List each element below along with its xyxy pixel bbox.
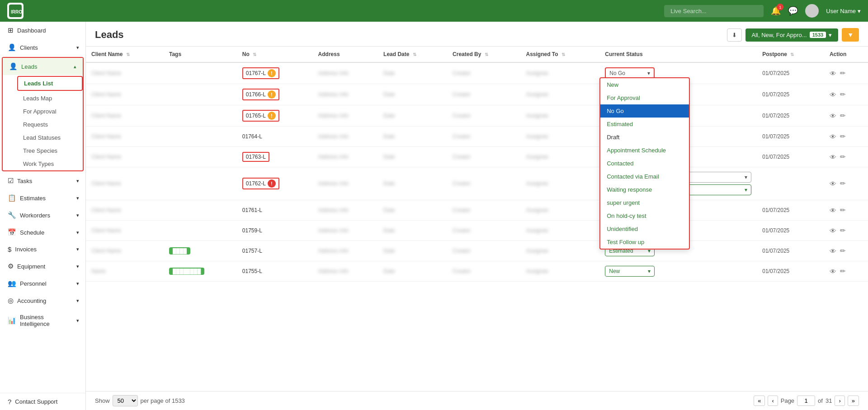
- sidebar-item-tasks[interactable]: ☑ Tasks ▾: [0, 172, 85, 189]
- prev-page-button[interactable]: ‹: [768, 396, 778, 406]
- sidebar-item-business-intelligence[interactable]: 📊 Business Intelligence ▾: [0, 309, 85, 332]
- edit-icon[interactable]: ✏: [840, 179, 846, 188]
- dropdown-option-waiting-response[interactable]: Waiting response: [600, 183, 689, 196]
- page-actions: ⬇ All, New, For Appro... 1533 ▾ ▼: [727, 28, 859, 42]
- cell-tags: [164, 105, 237, 127]
- dropdown-option-on-hold-cy-test[interactable]: On hold-cy test: [600, 209, 689, 222]
- sidebar-item-dashboard[interactable]: ⊞ Dashboard: [0, 22, 85, 39]
- cell-created-by: Creator: [447, 105, 520, 127]
- sort-icon[interactable]: ⇅: [790, 52, 794, 57]
- cell-no: 01764-L: [237, 127, 313, 147]
- sidebar-item-estimates[interactable]: 📋 Estimates ▾: [0, 189, 85, 207]
- cell-no: 01763-L: [237, 147, 313, 167]
- cell-address: Address Info: [313, 261, 378, 282]
- first-page-button[interactable]: «: [754, 396, 765, 406]
- view-icon[interactable]: 👁: [830, 207, 836, 214]
- edit-icon[interactable]: ✏: [840, 69, 846, 77]
- cell-postpone: 01/07/2025: [757, 127, 824, 147]
- chevron-down-icon: ▾: [745, 187, 747, 193]
- dropdown-option-no-go[interactable]: No Go: [600, 104, 689, 118]
- sort-icon[interactable]: ⇅: [485, 52, 488, 57]
- cell-client-name: Client Name: [86, 167, 164, 200]
- filter-icon: ▼: [847, 31, 854, 38]
- sidebar-item-accounting[interactable]: ◎ Accounting ▾: [0, 292, 85, 309]
- sidebar-item-equipment[interactable]: ⚙ Equipment ▾: [0, 258, 85, 275]
- view-icon[interactable]: 👁: [830, 70, 836, 77]
- sort-icon[interactable]: ⇅: [561, 52, 565, 57]
- messages-icon[interactable]: 💬: [788, 6, 798, 16]
- page-number-input[interactable]: [797, 396, 815, 406]
- sidebar-item-requests[interactable]: Requests: [17, 118, 83, 131]
- edit-icon[interactable]: ✏: [840, 153, 846, 161]
- view-icon[interactable]: 👁: [830, 227, 836, 235]
- cell-action: 👁 ✏: [824, 147, 868, 167]
- cell-assigned-to: Assignee: [521, 105, 600, 127]
- dropdown-option-super-urgent[interactable]: super urgent: [600, 196, 689, 209]
- edit-icon[interactable]: ✏: [840, 112, 846, 120]
- user-menu[interactable]: User Name ▾: [826, 8, 861, 14]
- view-icon[interactable]: 👁: [830, 133, 836, 141]
- tag-badge: ████████: [169, 268, 204, 275]
- live-search-input[interactable]: [664, 5, 764, 17]
- sort-icon[interactable]: ⇅: [413, 52, 416, 57]
- dropdown-option-for-approval[interactable]: For Approval: [600, 91, 689, 104]
- sidebar-item-leads-map[interactable]: Leads Map: [17, 92, 83, 105]
- sidebar-item-tree-species[interactable]: Tree Species: [17, 144, 83, 157]
- status-dropdown[interactable]: New ▾: [605, 266, 655, 277]
- table-row: Client Name 01764-L Address Info Date Cr…: [86, 127, 868, 147]
- sidebar-item-workorders[interactable]: 🔧 Workorders ▾: [0, 207, 85, 224]
- cell-lead-date: Date: [378, 241, 447, 261]
- sort-icon[interactable]: ⇅: [253, 52, 256, 57]
- sort-icon[interactable]: ⇅: [126, 52, 130, 57]
- cell-client-name: Client Name: [86, 127, 164, 147]
- workorders-icon: 🔧: [8, 211, 16, 219]
- dropdown-option-contacted-via-email[interactable]: Contacted via Email: [600, 170, 689, 183]
- sidebar-item-leads-list[interactable]: Leads List: [18, 77, 82, 90]
- cell-action: 👁 ✏: [824, 200, 868, 221]
- view-icon[interactable]: 👁: [830, 91, 836, 99]
- chevron-down-icon: ▾: [76, 45, 79, 51]
- dropdown-option-draft[interactable]: Draft: [600, 131, 689, 144]
- view-icon[interactable]: 👁: [830, 153, 836, 161]
- edit-icon[interactable]: ✏: [840, 267, 846, 275]
- filter-button[interactable]: ▼: [842, 28, 859, 42]
- edit-icon[interactable]: ✏: [840, 90, 846, 99]
- svg-text:IRRO: IRRO: [11, 9, 22, 14]
- view-icon[interactable]: 👁: [830, 180, 836, 188]
- download-button[interactable]: ⬇: [727, 28, 742, 42]
- edit-icon[interactable]: ✏: [840, 206, 846, 214]
- view-icon[interactable]: 👁: [830, 268, 836, 275]
- edit-icon[interactable]: ✏: [840, 132, 846, 141]
- avatar: [805, 4, 819, 18]
- edit-icon[interactable]: ✏: [840, 247, 846, 255]
- dropdown-option-contacted[interactable]: Contacted: [600, 157, 689, 170]
- last-page-button[interactable]: »: [848, 396, 859, 406]
- sidebar-item-work-types[interactable]: Work Types: [17, 157, 83, 170]
- view-icon[interactable]: 👁: [830, 247, 836, 255]
- sidebar-item-invoices[interactable]: $ Invoices ▾: [0, 241, 85, 258]
- dropdown-option-test-follow-up[interactable]: Test Follow up: [600, 236, 689, 249]
- edit-icon[interactable]: ✏: [840, 226, 846, 235]
- sidebar-item-lead-statuses[interactable]: Lead Statuses: [17, 131, 83, 144]
- dropdown-option-unidentified[interactable]: Unidentified: [600, 222, 689, 236]
- sidebar-item-leads[interactable]: 👤 Leads ▴: [3, 58, 83, 75]
- sidebar-item-clients[interactable]: 👤 Clients ▾: [0, 39, 85, 56]
- dropdown-option-appointment-schedule[interactable]: Appointment Schedule: [600, 144, 689, 157]
- cell-tags: [164, 127, 237, 147]
- sidebar-item-for-approval[interactable]: For Approval: [17, 105, 83, 118]
- status-filter-button[interactable]: All, New, For Appro... 1533 ▾: [745, 28, 839, 42]
- sidebar-item-schedule[interactable]: 📅 Schedule ▾: [0, 224, 85, 241]
- per-page-select[interactable]: 50 100 200: [113, 395, 138, 406]
- sidebar-item-contact-support[interactable]: ? Contact Support: [0, 393, 85, 410]
- cell-client-name: Name: [86, 261, 164, 282]
- cell-assigned-to: Assignee: [521, 221, 600, 241]
- next-page-button[interactable]: ›: [835, 396, 844, 406]
- sidebar-item-personnel[interactable]: 👥 Personnel ▾: [0, 275, 85, 292]
- clients-icon: 👤: [8, 43, 16, 52]
- col-no: No ⇅: [237, 47, 313, 62]
- view-icon[interactable]: 👁: [830, 112, 836, 120]
- dropdown-option-estimated[interactable]: Estimated: [600, 118, 689, 131]
- status-count-badge: 1533: [810, 32, 826, 38]
- notification-bell[interactable]: 🔔 1: [771, 6, 781, 16]
- dropdown-option-new[interactable]: New: [600, 78, 689, 91]
